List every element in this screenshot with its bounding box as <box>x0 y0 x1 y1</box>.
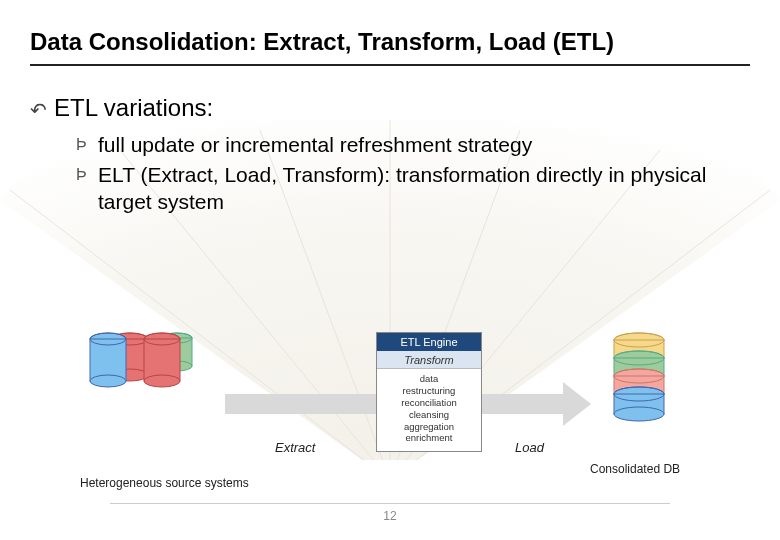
bullet-main-text: ETL variations: <box>54 94 213 122</box>
etl-diagram: ETL Engine Transform datarestructuringre… <box>80 332 700 492</box>
consolidated-db-label: Consolidated DB <box>590 462 680 476</box>
page-number: 12 <box>383 509 396 523</box>
svg-point-21 <box>144 375 180 387</box>
engine-subheader: Transform <box>377 351 481 369</box>
etl-engine-box: ETL Engine Transform datarestructuringre… <box>376 332 482 452</box>
sub-bullet: Þ full update or incremental refreshment… <box>76 132 750 158</box>
title-underline <box>30 64 750 66</box>
slide-footer: 12 <box>0 503 780 524</box>
bullet-glyph-icon: Þ <box>76 136 98 154</box>
sub-bullet-text: ELT (Extract, Load, Transform): transfor… <box>98 162 750 215</box>
load-label: Load <box>515 440 544 455</box>
bullet-glyph-icon: Þ <box>76 166 98 184</box>
consolidated-db-icon <box>612 332 666 424</box>
arrow-left-icon: ↶ <box>30 98 54 122</box>
extract-label: Extract <box>275 440 315 455</box>
slide-title: Data Consolidation: Extract, Transform, … <box>30 28 750 56</box>
svg-point-17 <box>90 375 126 387</box>
bullet-main: ↶ ETL variations: <box>30 94 750 122</box>
engine-header: ETL Engine <box>377 333 481 351</box>
sub-bullet: Þ ELT (Extract, Load, Transform): transf… <box>76 162 750 215</box>
source-db-icon <box>142 332 182 388</box>
source-systems-label: Heterogeneous source systems <box>80 476 249 490</box>
sub-bullet-text: full update or incremental refreshment s… <box>98 132 532 158</box>
svg-point-31 <box>614 407 664 421</box>
source-db-icon <box>88 332 128 388</box>
engine-steps: datarestructuringreconciliationcleansing… <box>377 369 481 448</box>
